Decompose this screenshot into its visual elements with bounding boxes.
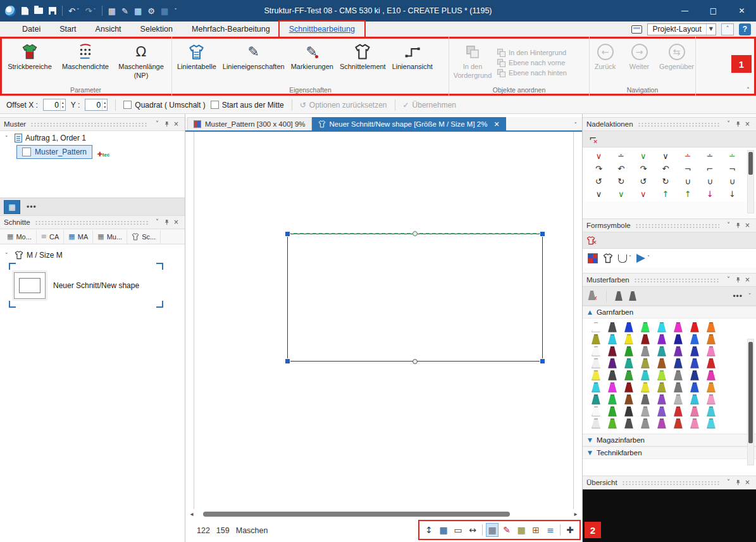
needle-action-icon[interactable]: ∪ [699, 176, 721, 187]
grid-icon[interactable]: ▦ [437, 523, 450, 537]
start-mitte-checkbox[interactable]: Start aus der Mitte [211, 101, 284, 110]
tab-module[interactable]: ▦Mo... [3, 230, 37, 244]
scroll-left-icon[interactable]: ◂ [188, 511, 195, 517]
yarn-color-cone[interactable] [690, 382, 700, 393]
yarn-color-cone[interactable] [641, 406, 650, 417]
color-table-icon[interactable]: ▦ [515, 523, 528, 537]
yarn-color-cone[interactable] [641, 370, 650, 381]
yarn-color-cone[interactable] [624, 382, 634, 393]
scroll-track[interactable] [197, 511, 571, 517]
chevron-down-icon[interactable]: ˅ [5, 253, 11, 258]
technikfarben-section-header[interactable]: ▼ Technikfarben [583, 446, 756, 459]
delete-needle-action-icon[interactable]: ⌐✕ [586, 134, 598, 145]
tab-ma[interactable]: ▦MA [64, 230, 93, 244]
size-tree-item[interactable]: ˅ M / Size M [0, 248, 185, 261]
needle-action-icon[interactable]: ↷ [588, 163, 610, 174]
yarn-color-cone[interactable] [674, 334, 683, 344]
yarn-color-cone[interactable] [657, 419, 667, 429]
yarn-color-cone[interactable] [657, 406, 667, 417]
chevron-down-icon[interactable]: ˅ [724, 277, 733, 283]
chevron-down-icon[interactable]: ˅ [724, 222, 733, 229]
yarn-color-cone[interactable] [674, 322, 683, 332]
menu-schnittbearbeitung[interactable]: Schnittbearbeitung [280, 22, 364, 37]
yarn-color-b-icon[interactable] [629, 291, 637, 301]
pattern-tree-item[interactable]: Muster_Pattern [16, 145, 92, 159]
edit-pencil-icon[interactable]: ✎ [500, 523, 513, 537]
needle-action-icon[interactable]: ↶ [654, 163, 676, 174]
needle-action-icon[interactable]: ↑ [677, 189, 699, 199]
hintergrund-button[interactable]: In den Hintergrund [497, 49, 567, 57]
draw-symbol-button[interactable]: ˅ [636, 254, 650, 263]
tab-ca[interactable]: ≡CA [37, 230, 65, 244]
dropdown-icon[interactable]: ˅ [748, 294, 751, 299]
yarn-color-cone[interactable] [608, 419, 617, 429]
yarn-color-cone[interactable] [707, 346, 716, 356]
yarn-color-cone[interactable] [674, 358, 683, 369]
yarn-color-cone[interactable] [624, 394, 634, 405]
undo-icon[interactable]: ↶˅ [68, 7, 79, 15]
yarn-color-cone[interactable] [592, 370, 601, 381]
yarn-color-cone[interactable] [707, 406, 716, 417]
gegenueber-button[interactable]: ⇆ Gegenüber [659, 39, 695, 86]
ribbon-expand-button[interactable]: ˄ [721, 23, 734, 35]
settings-gear-icon[interactable]: ⚙ [147, 7, 155, 15]
yarn-color-cone[interactable] [657, 382, 667, 393]
needle-action-icon[interactable]: ↓ [699, 189, 721, 199]
midpoint-handle[interactable] [412, 359, 418, 364]
magazinfarben-section-header[interactable]: ▼ Magazinfarben [583, 434, 756, 446]
needle-action-icon[interactable]: ↺ [632, 176, 654, 187]
copy-table-icon[interactable]: ⊞ [530, 523, 542, 537]
linientabelle-button[interactable]: Linientabelle [175, 39, 219, 86]
menu-ansicht[interactable]: Ansicht [86, 22, 131, 37]
needle-action-icon[interactable]: ∸ [699, 151, 721, 161]
vordergrund-button[interactable]: In den Vordergrund [452, 39, 493, 86]
needle-action-icon[interactable]: ↻ [654, 176, 676, 187]
minimize-button[interactable]: — [671, 0, 699, 22]
quick-access-customize-icon[interactable]: ˅ [174, 8, 177, 14]
horizontal-scrollbar[interactable]: ◂ ▸ [188, 509, 579, 519]
yarn-color-cone[interactable] [592, 419, 601, 429]
needle-action-icon[interactable]: ∨ [588, 151, 610, 161]
shape-symbol-icon[interactable] [603, 253, 613, 263]
menu-datei[interactable]: Datei [13, 22, 50, 37]
menu-mehrfach-bearbeitung[interactable]: Mehrfach-Bearbeitung [182, 22, 280, 37]
quadrat-checkbox[interactable]: Quadrat ( Umschalt ) [123, 101, 205, 110]
shape-rectangle[interactable] [287, 234, 543, 362]
tab-overflow-icon[interactable]: ˅ [574, 122, 578, 128]
resize-handle[interactable] [540, 359, 545, 363]
offset-y-input[interactable] [85, 101, 102, 110]
document-tab-pattern[interactable]: Muster_Pattern [300 x 400] 9% [187, 117, 312, 130]
yarn-color-cone[interactable] [608, 358, 617, 369]
yarn-color-cone[interactable] [592, 406, 601, 417]
yarn-color-cone[interactable] [674, 346, 683, 356]
needle-action-icon[interactable]: ∪ [721, 176, 743, 187]
yarn-color-cone[interactable] [624, 322, 634, 332]
yarn-color-cone[interactable] [690, 322, 700, 332]
yarn-color-cone[interactable] [641, 322, 650, 332]
needle-action-icon[interactable]: ↑ [654, 189, 676, 199]
yarn-color-cone[interactable] [641, 382, 650, 393]
yarn-color-cone[interactable] [592, 394, 601, 405]
yarn-color-cone[interactable] [707, 322, 716, 332]
close-button[interactable]: ✕ [728, 0, 756, 22]
menu-start[interactable]: Start [50, 22, 85, 37]
yarn-color-cone[interactable] [690, 419, 700, 429]
scroll-thumb[interactable] [203, 512, 510, 517]
yarn-color-a-icon[interactable] [615, 291, 623, 301]
markierungen-button[interactable]: ✎ Markierungen [288, 39, 336, 86]
scroll-thumb[interactable] [748, 152, 753, 175]
needle-action-icon[interactable]: ↷ [632, 163, 654, 174]
cup-symbol-button[interactable]: ˅ [618, 255, 631, 263]
yarn-color-cone[interactable] [624, 334, 634, 344]
screen-layout-icon[interactable] [631, 25, 642, 34]
more-colors-icon[interactable]: ••• [733, 292, 743, 301]
pattern-symbol-icon[interactable] [588, 253, 598, 263]
yarn-color-cone[interactable] [707, 358, 716, 369]
yarn-color-cone[interactable] [707, 382, 716, 393]
resize-handle[interactable] [540, 232, 545, 236]
yarn-color-cone[interactable] [657, 370, 667, 381]
close-icon[interactable]: × [171, 219, 181, 225]
yarn-color-cone[interactable] [674, 394, 683, 405]
yarn-color-cone[interactable] [592, 334, 601, 344]
midpoint-handle[interactable] [412, 231, 418, 236]
